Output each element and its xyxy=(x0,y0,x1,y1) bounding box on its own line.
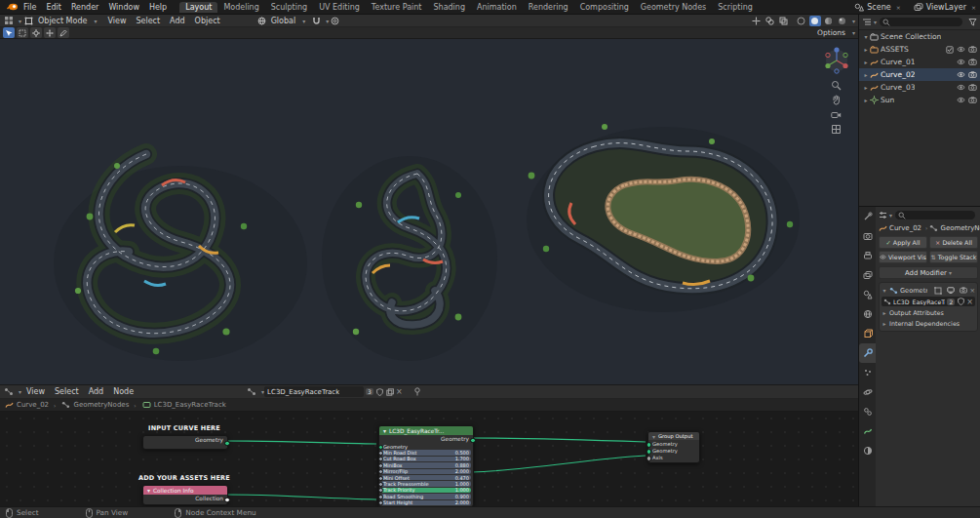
tool-tweak-icon[interactable] xyxy=(3,27,15,38)
render-camera-icon[interactable] xyxy=(968,71,977,78)
outliner-row-curve-01[interactable]: ▸ Curve_01 xyxy=(859,56,980,68)
blender-logo-icon[interactable] xyxy=(7,2,19,12)
tool-move-icon[interactable] xyxy=(44,27,56,38)
editor-type-properties-icon[interactable] xyxy=(879,211,887,219)
edit-mode-display-icon[interactable] xyxy=(934,287,942,295)
crumb-object[interactable]: Curve_02 xyxy=(17,401,49,409)
node-menu-select[interactable]: Select xyxy=(50,387,84,396)
axis-input-socket[interactable] xyxy=(647,456,652,461)
tab-view-layer-icon[interactable] xyxy=(859,265,876,285)
viewport-menu-view[interactable]: View xyxy=(102,17,131,25)
expand-caret-icon[interactable]: ▸ xyxy=(862,97,870,103)
eye-icon[interactable] xyxy=(957,84,965,91)
close-modifier-icon[interactable]: × xyxy=(969,287,975,295)
outliner-row-curve-03[interactable]: ▸ Curve_03 xyxy=(859,81,980,94)
tool-cursor-icon[interactable] xyxy=(30,27,42,38)
param-slider[interactable]: MiniBox0.880 xyxy=(381,462,471,467)
render-camera-icon[interactable] xyxy=(968,46,977,53)
realtime-display-icon[interactable] xyxy=(947,287,955,294)
fake-user-shield-icon[interactable] xyxy=(958,298,964,305)
param-slider-highlighted[interactable]: Track Priority1.000 xyxy=(381,488,471,493)
workspace-tab-animation[interactable]: Animation xyxy=(471,2,523,13)
menu-file[interactable]: File xyxy=(19,3,41,12)
node-menu-node[interactable]: Node xyxy=(108,387,138,396)
show-gizmo-icon[interactable] xyxy=(751,16,763,26)
3d-viewport[interactable] xyxy=(0,39,858,384)
viewport-menu-select[interactable]: Select xyxy=(131,17,165,25)
view-layer-unlink-icon[interactable]: × xyxy=(971,4,976,11)
viewport-camera-icon[interactable] xyxy=(831,109,843,122)
pin-icon[interactable] xyxy=(413,387,421,396)
param-slider[interactable]: Road Smoothing0.900 xyxy=(381,494,471,498)
workspace-tab-shading[interactable]: Shading xyxy=(427,2,471,13)
shading-caret[interactable]: ▾ xyxy=(852,18,855,24)
tab-physics-icon[interactable] xyxy=(859,382,876,402)
expand-caret-icon[interactable]: ▸ xyxy=(862,59,870,65)
node-menu-add[interactable]: Add xyxy=(84,387,109,396)
tab-render-icon[interactable] xyxy=(859,226,876,246)
workspace-tab-sculpting[interactable]: Sculpting xyxy=(265,2,313,13)
fake-user-shield-icon[interactable] xyxy=(376,388,383,396)
snap-magnet-icon[interactable] xyxy=(310,16,322,26)
lc3d-easyracetrack-node[interactable]: ▾ LC3D_EasyRaceTr... Geometry Geometry M… xyxy=(378,425,474,506)
modifier-panel-header[interactable]: ▾ GeometryN... × xyxy=(882,285,975,296)
proportional-editing-icon[interactable] xyxy=(329,16,340,26)
shading-material-icon[interactable] xyxy=(823,16,835,26)
node-group-users-badge[interactable]: 2 xyxy=(947,299,955,305)
viewport-menu-add[interactable]: Add xyxy=(165,17,190,25)
expand-caret-icon[interactable]: ▾ xyxy=(862,33,870,40)
tool-select-box-icon[interactable] xyxy=(17,27,28,38)
shading-rendered-icon[interactable] xyxy=(837,16,848,26)
render-camera-icon[interactable] xyxy=(968,59,977,65)
viewport-zoom-icon[interactable] xyxy=(831,80,843,93)
show-overlays-icon[interactable] xyxy=(764,16,776,26)
mode-dropdown[interactable]: Object Mode xyxy=(33,17,92,25)
tool-annotate-icon[interactable] xyxy=(58,27,69,38)
transform-orientation-dropdown[interactable]: Global xyxy=(266,17,301,25)
exclude-checkbox-icon[interactable] xyxy=(946,46,954,54)
group-input-node[interactable]: Geometry xyxy=(142,435,228,450)
shading-solid-icon[interactable] xyxy=(809,16,821,26)
expand-caret-icon[interactable]: ▸ xyxy=(862,71,870,78)
eye-icon[interactable] xyxy=(957,46,965,53)
workspace-tab-texture-paint[interactable]: Texture Paint xyxy=(366,2,428,13)
scene-selector[interactable]: Scene xyxy=(864,3,893,12)
param-slider[interactable]: Min Road Dist0.500 xyxy=(381,450,471,455)
menu-render[interactable]: Render xyxy=(66,3,103,12)
geometry-output-socket[interactable] xyxy=(470,438,476,444)
add-modifier-dropdown[interactable]: Add Modifier ▾ xyxy=(879,266,978,279)
workspace-tab-modeling[interactable]: Modeling xyxy=(217,2,264,13)
tab-modifiers-wrench-icon[interactable] xyxy=(859,343,876,363)
node-canvas[interactable]: INPUT CURVE HERE Geometry ADD YOUR ASSET… xyxy=(0,412,858,506)
outliner-row-scene-collection[interactable]: ▾ Scene Collection xyxy=(859,30,980,43)
editor-type-outliner-icon[interactable] xyxy=(862,18,872,26)
tab-tool-icon[interactable] xyxy=(859,207,876,226)
scene-unlink-icon[interactable]: × xyxy=(896,4,901,11)
workspace-tab-geometry-nodes[interactable]: Geometry Nodes xyxy=(635,2,712,13)
node-group-selector[interactable]: LC3D_EasyRaceTrack 2 × xyxy=(882,297,975,306)
tab-world-icon[interactable] xyxy=(859,304,876,324)
outliner-search-input[interactable] xyxy=(880,18,962,26)
param-slider[interactable]: Track Preassemble1.000 xyxy=(381,481,471,486)
view-layer-selector[interactable]: ViewLayer xyxy=(923,3,969,12)
properties-search-input[interactable] xyxy=(895,211,975,219)
outliner-row-assets[interactable]: ▸ ASSETS xyxy=(859,43,980,56)
node-menu-view[interactable]: View xyxy=(21,387,50,396)
tab-scene-icon[interactable] xyxy=(859,285,876,304)
tab-material-icon[interactable] xyxy=(859,441,876,460)
tab-constraints-icon[interactable] xyxy=(859,402,876,421)
output-attributes-section[interactable]: ▸ Output Attributes xyxy=(882,307,975,318)
collection-output-socket[interactable] xyxy=(224,498,230,503)
crumb-node-group[interactable]: LC3D_EasyRaceTrack xyxy=(154,401,226,409)
browse-node-tree-icon[interactable] xyxy=(246,386,257,397)
outliner-row-curve-02[interactable]: ▸ Curve_02 xyxy=(859,68,980,81)
tab-object-icon[interactable] xyxy=(859,324,876,343)
tab-particles-icon[interactable] xyxy=(859,363,876,382)
eye-icon[interactable] xyxy=(957,71,965,78)
node-collapse-caret[interactable]: ▾ xyxy=(651,433,656,440)
workspace-tab-uv-editing[interactable]: UV Editing xyxy=(313,2,366,13)
delete-all-button[interactable]: × Delete All xyxy=(929,236,978,249)
options-dropdown[interactable]: Options xyxy=(812,28,850,37)
apply-all-button[interactable]: ✓ Apply All xyxy=(879,236,927,249)
render-display-icon[interactable] xyxy=(960,287,967,294)
